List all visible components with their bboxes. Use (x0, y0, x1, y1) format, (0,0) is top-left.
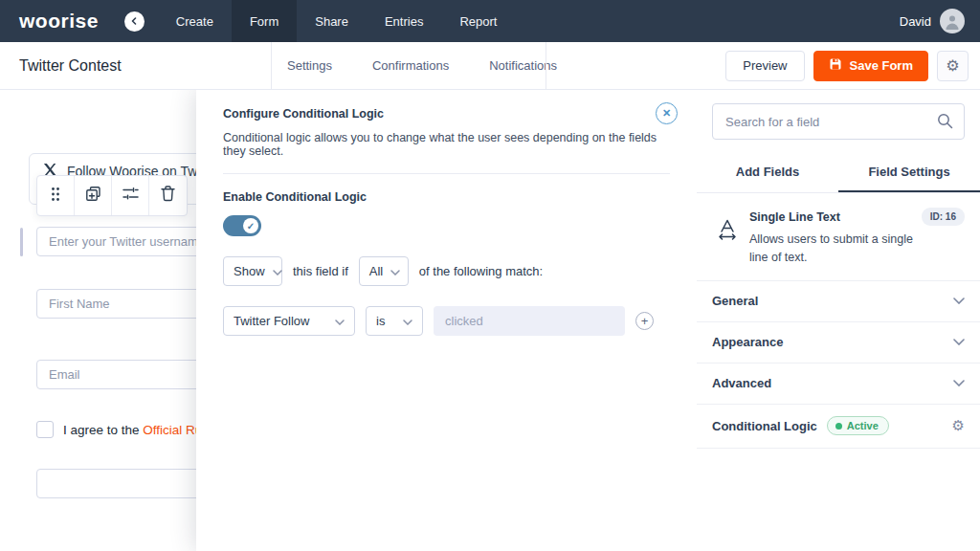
enable-conditional-logic-toggle[interactable]: ✓ (223, 215, 261, 236)
conditional-logic-modal: Configure Conditional Logic ✕ Conditiona… (196, 90, 697, 551)
modal-title: Configure Conditional Logic (223, 107, 670, 121)
condition-field-select[interactable]: Twitter Follow (223, 306, 355, 336)
agree-checkbox[interactable] (36, 421, 54, 438)
tab-confirmations[interactable]: Confirmations (372, 58, 449, 73)
logic-text-this-field-if: this field if (293, 264, 348, 278)
field-info-main: Single Line Text ID: 16 Allows users to … (749, 208, 965, 267)
logic-rule-row: Show this field if All of the following … (223, 256, 670, 286)
divider (271, 42, 272, 90)
modal-description: Conditional logic allows you to change w… (223, 131, 670, 158)
chevron-down-icon (953, 380, 965, 386)
divider (223, 173, 670, 174)
field-sidebar: Add Fields Field Settings Single Line Te… (697, 90, 980, 551)
field-toolbar (36, 175, 188, 216)
close-modal-button[interactable]: ✕ (656, 102, 678, 124)
navbar-user-area: David (900, 9, 965, 33)
sliders-icon (122, 187, 139, 205)
divider (546, 42, 546, 90)
form-settings-button[interactable]: ⚙ (937, 51, 969, 81)
check-icon: ✓ (247, 221, 255, 231)
tab-settings[interactable]: Settings (287, 58, 332, 73)
section-advanced[interactable]: Advanced (697, 364, 980, 405)
chevron-down-icon (273, 264, 282, 278)
logic-text-of-following: of the following match: (419, 264, 543, 278)
save-form-button[interactable]: Save Form (813, 51, 928, 81)
condition-row: Twitter Follow is + (223, 306, 670, 336)
status-dot (835, 423, 842, 430)
header-actions: Preview Save Form ⚙ (725, 51, 969, 81)
condition-operator-select[interactable]: is (366, 306, 423, 336)
user-name[interactable]: David (900, 14, 931, 29)
single-line-text-icon (718, 208, 737, 267)
person-icon (944, 12, 961, 33)
nav-item-entries[interactable]: Entries (367, 0, 441, 42)
tab-field-settings[interactable]: Field Settings (838, 154, 980, 192)
show-hide-select[interactable]: Show (223, 256, 282, 286)
toggle-knob: ✓ (243, 218, 258, 233)
active-status-badge: Active (827, 416, 889, 435)
form-header-bar: Twitter Contest Settings Confirmations N… (0, 42, 980, 90)
duplicate-icon (85, 186, 101, 206)
field-info-block: Single Line Text ID: 16 Allows users to … (697, 193, 980, 281)
page-title: Twitter Contest (19, 57, 122, 75)
nav-item-form[interactable]: Form (232, 0, 297, 42)
tab-add-fields[interactable]: Add Fields (697, 154, 838, 192)
chevron-left-icon (130, 17, 138, 25)
drag-handle-icon (51, 187, 60, 206)
section-conditional-logic[interactable]: Conditional Logic Active ⚙ (697, 405, 980, 449)
chevron-down-icon (953, 298, 965, 304)
save-button-label: Save Form (850, 58, 913, 73)
plus-icon: + (641, 315, 649, 327)
chevron-down-icon (953, 339, 965, 345)
sidebar-tabs: Add Fields Field Settings (697, 154, 980, 193)
section-general[interactable]: General (697, 281, 980, 322)
nav-item-share[interactable]: Share (297, 0, 367, 42)
conditional-logic-label: Conditional Logic (712, 419, 817, 433)
form-tabs: Settings Confirmations Notifications (287, 58, 557, 73)
field-id-badge: ID: 16 (922, 208, 965, 226)
app-window: Woorise Create Form Share Entries Report… (0, 0, 980, 551)
field-search (712, 103, 965, 140)
top-navbar: Woorise Create Form Share Entries Report… (0, 0, 980, 42)
modal-body: Enable Conditional Logic ✓ Show this fie… (196, 174, 697, 352)
preview-button[interactable]: Preview (725, 51, 804, 81)
chevron-down-icon (390, 264, 400, 278)
close-icon: ✕ (662, 107, 671, 120)
nav-menu: Create Form Share Entries Report (158, 0, 516, 42)
enable-conditional-logic-label: Enable Conditional Logic (223, 190, 670, 204)
add-condition-button[interactable]: + (635, 312, 654, 330)
nav-item-report[interactable]: Report (441, 0, 515, 42)
field-type-description: Allows users to submit a single line of … (749, 231, 926, 267)
tab-notifications[interactable]: Notifications (489, 58, 557, 73)
save-icon (829, 57, 842, 74)
woorise-logo[interactable]: Woorise (19, 10, 99, 33)
condition-value-input[interactable] (434, 306, 625, 336)
trash-icon (161, 186, 175, 206)
duplicate-field-button[interactable] (75, 176, 112, 215)
conditional-logic-gear-icon[interactable]: ⚙ (952, 417, 965, 434)
section-appearance[interactable]: Appearance (697, 322, 980, 364)
chevron-down-icon (403, 314, 412, 328)
selected-field-indicator (20, 228, 23, 256)
nav-item-create[interactable]: Create (158, 0, 232, 42)
gear-icon: ⚙ (946, 56, 959, 75)
delete-field-button[interactable] (149, 176, 187, 215)
all-any-select[interactable]: All (359, 256, 409, 286)
field-type-title: Single Line Text (749, 210, 840, 224)
field-search-input[interactable] (712, 103, 965, 140)
search-icon (937, 113, 953, 133)
modal-header: Configure Conditional Logic ✕ Conditiona… (196, 90, 697, 174)
user-avatar[interactable] (940, 9, 965, 33)
drag-handle[interactable] (37, 176, 75, 215)
chevron-down-icon (335, 314, 345, 328)
agree-row: I agree to the Official Rules (36, 421, 219, 438)
back-button[interactable] (124, 11, 145, 32)
field-settings-button[interactable] (112, 176, 149, 215)
